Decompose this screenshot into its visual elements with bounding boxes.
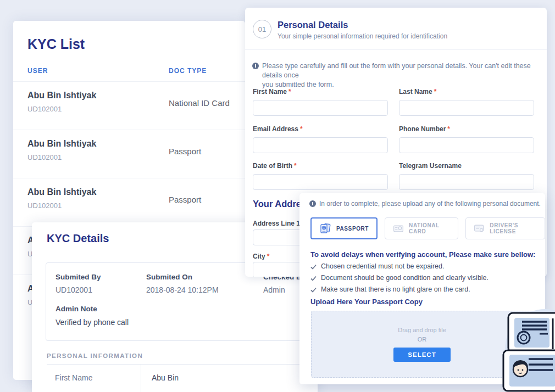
drivers-license-icon <box>474 222 485 234</box>
personal-details-subtitle: Your simple personal information require… <box>278 32 447 40</box>
submitted-on-label: Submited On <box>146 273 192 281</box>
info-icon <box>252 63 259 69</box>
doc-type: National ID Card <box>169 98 230 108</box>
info-icon <box>309 200 316 207</box>
table-row-value: Abu Bin <box>141 365 179 392</box>
user-id: UD102001 <box>27 201 62 210</box>
national-card-icon <box>393 222 404 234</box>
admin-note-value: Verified by phone call <box>56 318 129 327</box>
step-number-badge: 01 <box>253 20 271 38</box>
id-card-bottom <box>503 350 555 391</box>
user-id: UD102001 <box>27 105 62 113</box>
id-cards-illustration <box>496 302 555 392</box>
doc-type: Passport <box>169 147 201 156</box>
address-line1-label: Address Line 1* <box>253 220 304 227</box>
email-field[interactable] <box>253 137 388 153</box>
submitted-by-label: Submited By <box>56 273 101 281</box>
personal-information-section-title: PERSONAL INFORMATION <box>47 352 143 359</box>
required-mark: * <box>300 125 303 133</box>
doc-type-label: PASSPORT <box>336 226 369 232</box>
user-name: Abu Bin Ishtiyak <box>27 91 96 100</box>
column-header-doc-type: DOC TYPE <box>169 67 207 75</box>
user-name: Abu Bin Ishtiyak <box>27 139 96 149</box>
check-icon <box>310 264 317 270</box>
id-card-top <box>508 313 555 352</box>
first-name-field[interactable] <box>253 100 388 116</box>
submitted-on-value: 2018-08-24 10:12PM <box>146 285 219 294</box>
kyc-list-header-row: USER DOC TYPE <box>13 65 245 81</box>
admin-note-label: Admin Note <box>56 305 97 313</box>
doc-type-label: NATIONAL CARD <box>409 222 450 234</box>
table-row[interactable]: Abu Bin Ishtiyak UD102001 National ID Ca… <box>13 82 245 130</box>
table-row-label: First Name <box>47 365 141 392</box>
last-name-label: Last Name* <box>399 88 436 96</box>
select-file-button[interactable]: SELECT <box>393 348 451 362</box>
upload-instructions-note: In order to complete, please upload any … <box>319 199 541 209</box>
kyc-details-title: KYC Details <box>47 232 109 245</box>
upload-heading: Upload Here Your Passport Copy <box>310 298 423 306</box>
dob-label: Date of Birth* <box>253 162 297 170</box>
table-row[interactable]: Abu Bin Ishtiyak UD102001 Passport <box>13 178 245 227</box>
checklist-item: Chosen credential must not be expaired. <box>310 262 444 270</box>
user-id: UD102001 <box>27 153 62 161</box>
required-mark: * <box>267 253 270 260</box>
column-header-user: USER <box>27 67 48 75</box>
phone-field[interactable] <box>399 137 534 153</box>
kyc-list-title: KYC List <box>27 36 85 52</box>
table-row[interactable]: Abu Bin Ishtiyak UD102001 Passport <box>13 130 245 178</box>
personal-details-title: Personal Details <box>278 20 348 30</box>
checklist-item: Make sure that there is no light glare o… <box>310 285 470 293</box>
verification-warning-title: To avoid delays when verifying account, … <box>310 250 535 259</box>
submitted-by-value: UD102001 <box>56 285 92 294</box>
phone-label: Phone Number* <box>399 125 450 133</box>
checked-by-value: Admin <box>263 285 285 294</box>
first-name-label: First Name* <box>253 88 291 96</box>
email-label: Email Address* <box>253 125 303 133</box>
required-mark: * <box>434 88 437 96</box>
form-instructions-note: Please type carefully and fill out the f… <box>262 61 537 89</box>
telegram-field[interactable] <box>399 174 534 190</box>
required-mark: * <box>288 88 291 96</box>
personal-information-table: First Name Abu Bin <box>47 364 304 392</box>
divider <box>245 49 547 50</box>
note-line: Please type carefully and fill out the f… <box>262 61 537 80</box>
doc-type-button-national-card[interactable]: NATIONAL CARD <box>385 217 458 239</box>
user-name: Abu Bin Ishtiyak <box>27 187 96 197</box>
check-icon <box>310 276 317 281</box>
last-name-field[interactable] <box>399 100 534 116</box>
doc-type: Passport <box>169 195 201 204</box>
telegram-label: Telegram Username <box>399 162 462 170</box>
passport-icon <box>319 222 331 234</box>
required-mark: * <box>447 125 450 133</box>
checklist-item: Document should be good condition and cl… <box>310 274 489 282</box>
check-icon <box>310 287 317 293</box>
doc-type-label: DRIVER'S LICENSE <box>490 222 537 234</box>
required-mark: * <box>294 162 297 170</box>
doc-type-button-passport[interactable]: PASSPORT <box>310 217 378 239</box>
dob-field[interactable] <box>253 174 388 190</box>
doc-type-button-drivers-license[interactable]: DRIVER'S LICENSE <box>465 217 545 239</box>
city-label: City* <box>253 253 269 260</box>
